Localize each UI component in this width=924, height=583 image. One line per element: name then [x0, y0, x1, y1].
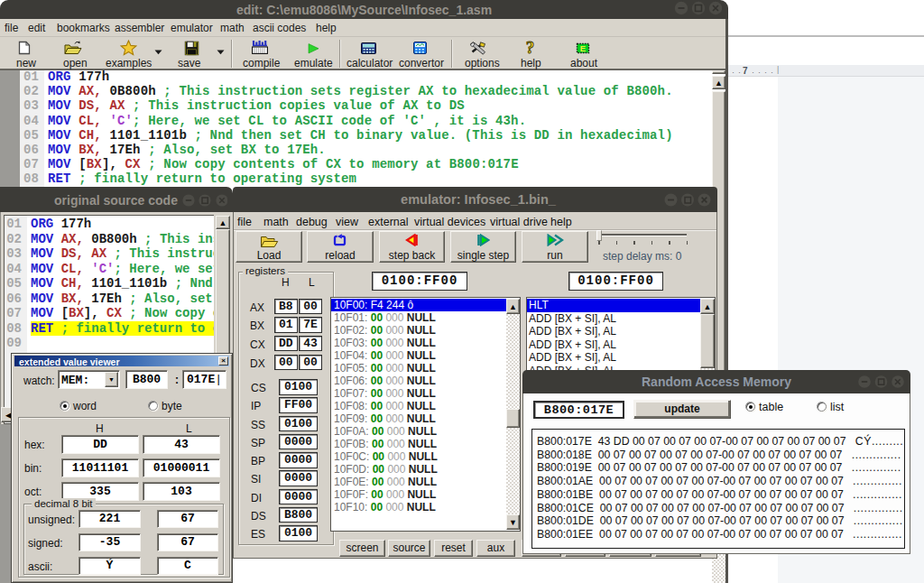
- svg-text:?: ?: [526, 40, 535, 56]
- svg-text:E: E: [580, 43, 586, 53]
